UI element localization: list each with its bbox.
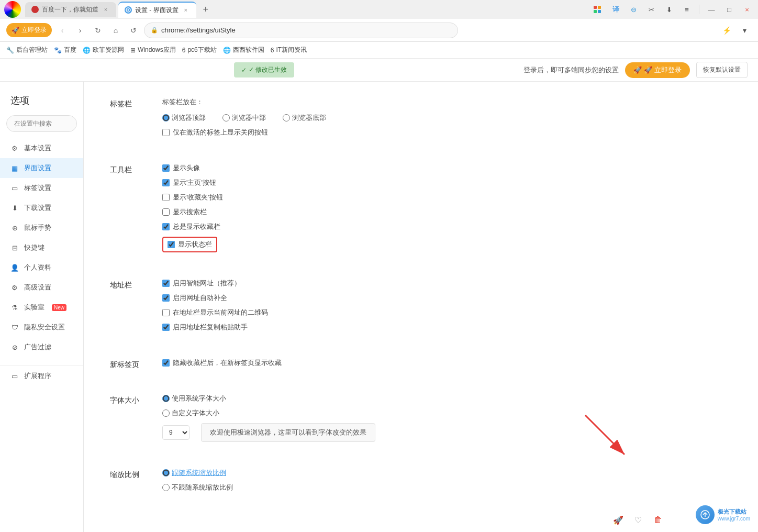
follow-system-zoom-option[interactable]: 跟随系统缩放比例 — [162, 468, 226, 478]
tabbar-middle-option[interactable]: 浏览器中部 — [222, 113, 278, 123]
qrcode-option[interactable]: 在地址栏显示当前网址的二维码 — [162, 308, 268, 317]
show-avatar-checkbox[interactable] — [162, 164, 170, 172]
sidebar-item-mouse[interactable]: ⊕ 鼠标手势 — [0, 218, 83, 238]
no-follow-system-zoom-option[interactable]: 不跟随系统缩放比例 — [162, 483, 233, 492]
dropdown-icon[interactable]: ▾ — [737, 23, 752, 38]
minus-circle-icon[interactable]: ⊖ — [627, 3, 640, 16]
maximize-button[interactable]: □ — [722, 3, 736, 16]
heart-status-icon[interactable]: ♡ — [632, 514, 644, 526]
auto-complete-option[interactable]: 启用网址自动补全 — [162, 293, 227, 303]
menu-icon[interactable]: ≡ — [680, 3, 694, 16]
show-avatar-label: 显示头像 — [173, 163, 200, 173]
minimize-button[interactable]: — — [705, 3, 718, 16]
no-follow-system-zoom-radio[interactable] — [162, 484, 170, 491]
show-bookmarks-bar-label: 总是显示收藏栏 — [173, 222, 220, 231]
apps-icon[interactable] — [590, 2, 605, 17]
cut-icon[interactable]: ✂ — [644, 3, 658, 16]
address-bar[interactable]: 🔒 chrome://settings/uiStyle — [144, 23, 458, 38]
login-bar: ✓ ✓ 修改已生效 登录后，即可多端同步您的设置 🚀 🚀 立即登录 恢复默认设置 — [0, 59, 758, 82]
tabbar-top-option[interactable]: 浏览器顶部 — [162, 113, 218, 123]
custom-font-option[interactable]: 自定义字体大小 — [162, 408, 219, 418]
sidebar-item-shortcuts[interactable]: ⊟ 快捷键 — [0, 238, 83, 258]
smart-url-option[interactable]: 启用智能网址（推荐） — [162, 279, 241, 288]
system-font-option[interactable]: 使用系统字体大小 — [162, 394, 226, 403]
bookmark-windows[interactable]: ⊞ Windows应用 — [130, 46, 176, 54]
refresh-button[interactable]: ↻ — [91, 23, 105, 38]
bookmark-windows-icon: ⊞ — [130, 47, 136, 54]
show-statusbar-option[interactable]: 显示状态栏 — [168, 240, 212, 249]
show-bookmarks-bar-checkbox[interactable] — [162, 223, 170, 230]
tabbar-close-btn-checkbox[interactable] — [162, 129, 170, 136]
show-fav-in-newtab-option[interactable]: 隐藏收藏栏后，在新标签页显示收藏 — [162, 358, 282, 368]
watermark-logo — [696, 505, 715, 524]
tab-settings[interactable]: 设置 - 界面设置 × — [118, 2, 196, 18]
font-size-select[interactable]: 9 10 11 12 14 — [162, 425, 190, 440]
bookmark-oufi[interactable]: 🌐 欧菲资源网 — [83, 46, 124, 54]
follow-system-zoom-radio[interactable] — [162, 469, 170, 476]
sidebar-item-extensions[interactable]: ▭ 扩展程序 — [0, 366, 83, 386]
sidebar-item-advanced[interactable]: ⚙ 高级设置 — [0, 278, 83, 297]
tabbar-middle-radio[interactable] — [222, 114, 230, 121]
paste-helper-option[interactable]: 启用地址栏复制粘贴助手 — [162, 323, 248, 332]
rocket-status-icon[interactable]: 🚀 — [612, 514, 624, 526]
tab-settings-close[interactable]: × — [182, 6, 190, 14]
auto-complete-label: 启用网址自动补全 — [173, 293, 227, 303]
auto-complete-checkbox[interactable] — [162, 294, 170, 302]
app-icon — [4, 1, 21, 18]
lightning-icon[interactable]: ⚡ — [719, 23, 734, 38]
trash-status-icon[interactable]: 🗑 — [652, 514, 664, 526]
tab-baidu[interactable]: 百度一下，你就知道 × — [25, 2, 116, 17]
close-button[interactable]: × — [740, 3, 754, 16]
show-bookmarks-bar-option[interactable]: 总是显示收藏栏 — [162, 222, 220, 231]
show-searchbar-option[interactable]: 显示搜索栏 — [162, 207, 207, 217]
show-favorites-btn-label: 显示'收藏夹'按钮 — [173, 193, 223, 202]
bookmark-pc6[interactable]: 6 pc6下载站 — [182, 46, 217, 54]
addressbar-section: 地址栏 启用智能网址（推荐） 启用网址自动补全 — [110, 279, 732, 337]
sidebar-item-tabs[interactable]: ▭ 标签设置 — [0, 178, 83, 198]
system-font-radio[interactable] — [162, 395, 170, 402]
forward-button[interactable]: › — [73, 23, 87, 38]
tabbar-bottom-option[interactable]: 浏览器底部 — [283, 113, 339, 123]
no-follow-system-zoom-label: 不跟随系统缩放比例 — [172, 483, 233, 492]
sidebar-item-download[interactable]: ⬇ 下载设置 — [0, 198, 83, 218]
restore-defaults-button[interactable]: 恢复默认设置 — [696, 62, 748, 78]
bookmark-baidu[interactable]: 🐾 百度 — [54, 46, 76, 54]
quick-login-button[interactable]: 🚀 立即登录 — [6, 23, 52, 37]
tabbar-close-btn-option[interactable]: 仅在激活的标签上显示关闭按钮 — [162, 128, 268, 137]
sidebar-item-adblock[interactable]: ⊘ 广告过滤 — [0, 337, 83, 357]
tabbar-bottom-radio[interactable] — [283, 114, 290, 121]
bookmark-admin[interactable]: 🔧 后台管理站 — [6, 46, 48, 54]
sidebar: 选项 ⚙ 基本设置 ▦ 界面设置 ▭ 标签设置 ⬇ 下载设置 — [0, 82, 84, 532]
show-home-option[interactable]: 显示'主页'按钮 — [162, 178, 216, 187]
settings-search-input[interactable] — [6, 115, 77, 132]
home-button[interactable]: ⌂ — [108, 23, 123, 38]
translate-icon[interactable]: 译 — [609, 3, 622, 16]
tabbar-top-radio[interactable] — [162, 114, 170, 121]
custom-font-radio[interactable] — [162, 409, 170, 417]
show-avatar-option[interactable]: 显示头像 — [162, 163, 200, 173]
show-favorites-btn-option[interactable]: 显示'收藏夹'按钮 — [162, 193, 223, 202]
back-button[interactable]: ‹ — [55, 23, 70, 38]
fontsize-section-content: 使用系统字体大小 自定义字体大小 9 10 11 — [162, 394, 732, 447]
sidebar-item-basic[interactable]: ⚙ 基本设置 — [0, 138, 83, 158]
sidebar-item-ui[interactable]: ▦ 界面设置 — [0, 158, 83, 178]
login-button[interactable]: 🚀 🚀 立即登录 — [625, 62, 690, 78]
sidebar-item-privacy[interactable]: 🛡 隐私安全设置 — [0, 317, 83, 337]
sidebar-item-lab[interactable]: ⚗ 实验室 New — [0, 297, 83, 317]
bookmark-it[interactable]: 6 IT新闻资讯 — [271, 46, 307, 54]
bookmark-xixi[interactable]: 🌐 西西软件园 — [223, 46, 264, 54]
show-statusbar-checkbox[interactable] — [168, 241, 175, 248]
new-tab-button[interactable]: + — [198, 2, 213, 17]
smart-url-checkbox[interactable] — [162, 280, 170, 287]
paste-helper-checkbox[interactable] — [162, 324, 170, 331]
show-favorites-btn-checkbox[interactable] — [162, 194, 170, 201]
show-home-checkbox[interactable] — [162, 179, 170, 186]
history-back-button[interactable]: ↺ — [126, 23, 141, 38]
custom-font-label: 自定义字体大小 — [172, 408, 219, 418]
show-searchbar-checkbox[interactable] — [162, 208, 170, 216]
show-fav-in-newtab-checkbox[interactable] — [162, 359, 170, 367]
qrcode-checkbox[interactable] — [162, 309, 170, 316]
download-icon[interactable]: ⬇ — [662, 3, 676, 16]
sidebar-item-profile[interactable]: 👤 个人资料 — [0, 258, 83, 278]
tab-baidu-close[interactable]: × — [102, 5, 110, 14]
